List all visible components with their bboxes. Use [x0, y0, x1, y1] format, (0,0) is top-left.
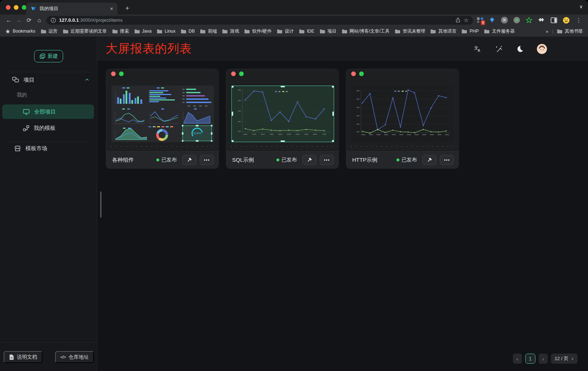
tab-close-icon[interactable]: × [110, 6, 113, 11]
browser-window: 我的项目 × + ∨ ← → ⟳ ⌂ 127.0.0.1:3000/#/proj… [0, 0, 588, 371]
bookmark-folders: Bookmarks 运营 近期需要读的文章 搜索 [5, 28, 515, 34]
pagination: ‹ 1 › 12 / 页 ∨ [513, 354, 577, 364]
extension-star-icon[interactable] [525, 16, 533, 24]
current-page-button[interactable]: 1 [525, 354, 535, 364]
close-window-button[interactable] [6, 5, 11, 10]
bookmark-folder[interactable]: PHP [461, 29, 479, 34]
project-preview[interactable] [351, 86, 454, 142]
monitor-icon [23, 109, 30, 115]
edit-project-button[interactable] [303, 155, 316, 165]
bookmark-folder[interactable]: 其他语言 [430, 28, 456, 34]
extensions-puzzle-icon[interactable] [538, 16, 545, 24]
bookmark-folder[interactable]: 软件/硬件 [244, 28, 271, 34]
bookmark-folder[interactable]: IDE [299, 29, 314, 34]
sidebar: 新建 项目 我的 全部项目 我的模板 模板市场 [0, 37, 97, 371]
bookmarks-right: » | 其他书签 [543, 28, 583, 34]
docs-button[interactable]: 说明文档 [4, 351, 42, 363]
bookmark-folder[interactable]: 搜索 [112, 28, 129, 34]
bookmarks-overflow-icon[interactable]: » [546, 29, 548, 34]
bookmark-folder[interactable]: 运营 [41, 28, 58, 34]
bookmark-folder[interactable]: DB [181, 29, 195, 34]
main-area: 大屏报表的列表 文A [97, 37, 588, 371]
forward-button[interactable]: → [14, 16, 24, 25]
minimize-window-button[interactable] [14, 5, 18, 10]
bookmark-folder[interactable]: 项目 [320, 28, 337, 34]
card-footer: HTTP示例 已发布 ••• [346, 151, 459, 168]
bookmarks-manager[interactable]: Bookmarks [5, 29, 36, 34]
prev-page-button[interactable]: ‹ [513, 354, 522, 364]
repo-button[interactable]: </> 仓库地址 [55, 351, 94, 363]
status-dot [396, 158, 399, 161]
bookmark-folder[interactable]: 文件服务器 [484, 28, 515, 34]
card-footer: 各种组件 已发布 ••• [106, 151, 218, 168]
dotted-divider [351, 146, 454, 147]
page-size-select[interactable]: 12 / 页 ∨ [551, 354, 577, 364]
other-bookmarks-folder[interactable]: 其他书签 [557, 28, 583, 34]
status-label: 已发布 [281, 157, 297, 163]
next-page-button[interactable]: › [539, 354, 548, 364]
bookmark-folder[interactable]: 前端 [200, 28, 217, 34]
user-avatar[interactable] [537, 44, 547, 54]
extension-grid-icon[interactable]: 9 [476, 16, 484, 24]
bookmark-folder[interactable]: Java [134, 29, 152, 34]
home-button[interactable]: ⌂ [34, 16, 44, 25]
code-icon: </> [60, 355, 65, 360]
edit-project-button[interactable] [182, 155, 196, 165]
sidebar-item-my-templates[interactable]: 我的模板 [2, 121, 94, 135]
language-icon[interactable]: 文A [474, 45, 482, 53]
back-button[interactable]: ← [4, 16, 14, 25]
project-card[interactable]: SQL示例 已发布 ••• [226, 69, 339, 169]
new-tab-button[interactable]: + [123, 4, 132, 13]
chevron-up-icon[interactable] [85, 77, 90, 82]
bookmark-folder-label: 软件/硬件 [252, 28, 271, 34]
new-project-button[interactable]: 新建 [34, 50, 63, 62]
more-actions-button[interactable]: ••• [200, 155, 214, 165]
bookmark-folder[interactable]: 网站/博客/文章/工具 [342, 28, 390, 34]
reload-button[interactable]: ⟳ [24, 16, 34, 25]
bookmark-folder[interactable]: 设计 [277, 28, 294, 34]
folder-icon [277, 29, 283, 34]
sidebar-item-all-projects[interactable]: 全部项目 [2, 104, 94, 119]
project-card[interactable]: 25.00% 各种组件 已发布 ••• [106, 69, 219, 169]
mini-gauge-selected: 25.00% [182, 125, 213, 142]
extension-record-icon[interactable] [513, 16, 521, 24]
extension-badge: 9 [481, 20, 485, 25]
side-panel-icon[interactable] [550, 16, 558, 24]
sidebar-divider [6, 72, 91, 72]
bookmark-folder[interactable]: 资讯未整理 [395, 28, 425, 34]
url-text[interactable]: 127.0.0.1:3000/#/project/items [59, 17, 452, 23]
extension-emoji-icon[interactable] [562, 16, 570, 24]
project-name: 各种组件 [112, 157, 153, 164]
browser-tab[interactable]: 我的项目 × [26, 3, 118, 15]
tab-search-chevron-icon[interactable]: ∨ [579, 4, 583, 9]
extension-gem-icon[interactable] [488, 16, 496, 24]
mini-donut-chart [148, 126, 173, 140]
main-header: 大屏报表的列表 文A [97, 37, 588, 61]
share-icon[interactable] [455, 17, 461, 23]
scrollbar-thumb[interactable] [100, 191, 102, 218]
folder-icon [484, 29, 490, 34]
project-card[interactable]: HTTP示例 已发布 ••• [346, 69, 459, 169]
repo-button-label: 仓库地址 [69, 354, 89, 360]
project-preview[interactable]: 25.00% [111, 86, 214, 142]
edit-project-button[interactable] [423, 155, 436, 165]
bookmark-folder[interactable]: Linux [157, 29, 176, 34]
extension-command-icon[interactable]: ⌘ [501, 16, 508, 24]
address-bar[interactable]: 127.0.0.1:3000/#/project/items ☆ [46, 16, 473, 25]
goview-app: 新建 项目 我的 全部项目 我的模板 模板市场 [0, 37, 588, 371]
bookmark-folder[interactable]: 近期需要读的文章 [63, 28, 107, 34]
project-preview[interactable] [231, 86, 334, 142]
magic-wand-icon[interactable] [495, 45, 503, 53]
folder-icon [112, 29, 118, 34]
browser-menu-icon[interactable]: ⋮ [575, 17, 583, 24]
more-actions-button[interactable]: ••• [320, 155, 334, 165]
status-label: 已发布 [161, 157, 177, 163]
bookmark-star-icon[interactable]: ☆ [464, 17, 469, 24]
more-actions-button[interactable]: ••• [440, 155, 454, 165]
sidebar-group-projects[interactable]: 项目 [0, 74, 97, 86]
template-flow-icon [23, 125, 29, 131]
dark-mode-moon-icon[interactable] [516, 45, 524, 53]
site-info-icon[interactable] [51, 18, 56, 23]
sidebar-item-template-market[interactable]: 模板市场 [2, 141, 94, 156]
bookmark-folder[interactable]: 游戏 [222, 28, 239, 34]
